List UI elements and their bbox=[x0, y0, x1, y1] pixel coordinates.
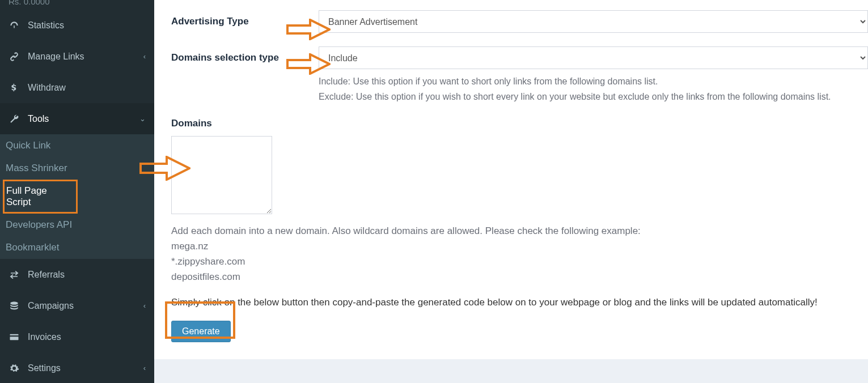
sidebar-item-referrals[interactable]: Referrals bbox=[0, 259, 154, 290]
form-panel: Advertising Type Banner Advertisement Do… bbox=[154, 0, 868, 359]
chevron-left-icon: ‹ bbox=[143, 301, 146, 310]
row-advertising-type: Advertising Type Banner Advertisement bbox=[154, 3, 868, 40]
chevron-left-icon: ‹ bbox=[143, 364, 146, 372]
domains-hint-line: mega.nz bbox=[171, 239, 868, 254]
advertising-type-select[interactable]: Banner Advertisement bbox=[319, 10, 868, 33]
sidebar-item-invoices[interactable]: Invoices bbox=[0, 321, 154, 352]
sidebar-item-tools[interactable]: Tools ⌄ bbox=[0, 103, 154, 134]
domains-hint-intro: Add each domain into a new domain. Also … bbox=[171, 223, 868, 239]
sidebar-item-label: Manage Links bbox=[28, 52, 143, 62]
domains-hint: Add each domain into a new domain. Also … bbox=[154, 216, 868, 285]
balance-text: Rs. 0.0000 bbox=[0, 0, 154, 10]
wrench-icon bbox=[9, 113, 20, 125]
sidebar-item-label: Campaigns bbox=[28, 301, 143, 311]
selection-help-exclude: Exclude: Use this option if you wish to … bbox=[319, 90, 868, 104]
domains-selection-type-select[interactable]: Include bbox=[319, 46, 868, 69]
sidebar-item-settings[interactable]: Settings ‹ bbox=[0, 352, 154, 383]
sidebar-item-label: Referrals bbox=[28, 270, 146, 280]
domains-hint-line: depositfiles.com bbox=[171, 269, 868, 284]
sidebar-submenu-tools: Quick Link Mass Shrinker Full Page Scrip… bbox=[0, 134, 154, 259]
exchange-icon bbox=[9, 269, 20, 280]
main-content: Advertising Type Banner Advertisement Do… bbox=[154, 0, 868, 383]
sidebar-sub-developers-api[interactable]: Developers API bbox=[0, 214, 154, 236]
chevron-down-icon: ⌄ bbox=[139, 114, 146, 123]
sidebar-sub-bookmarklet[interactable]: Bookmarklet bbox=[0, 236, 154, 259]
sidebar-item-label: Statistics bbox=[28, 20, 146, 31]
card-icon bbox=[9, 331, 20, 343]
sidebar-item-campaigns[interactable]: Campaigns ‹ bbox=[0, 290, 154, 321]
domains-hint-line: *.zippyshare.com bbox=[171, 254, 868, 269]
sidebar: Rs. 0.0000 Statistics Manage Links ‹ Wit… bbox=[0, 0, 154, 383]
link-icon bbox=[9, 51, 20, 62]
domains-selection-type-label: Domains selection type bbox=[171, 46, 319, 63]
domains-label: Domains bbox=[154, 111, 868, 133]
sidebar-sub-full-page-script[interactable]: Full Page Script bbox=[3, 180, 78, 214]
chevron-left-icon: ‹ bbox=[143, 52, 146, 61]
domains-textarea[interactable] bbox=[171, 136, 272, 214]
sidebar-item-manage-links[interactable]: Manage Links ‹ bbox=[0, 41, 154, 72]
row-domains-selection-type: Domains selection type Include Include: … bbox=[154, 40, 868, 111]
dashboard-icon bbox=[9, 20, 20, 31]
selection-help-include: Include: Use this option if you want to … bbox=[319, 75, 868, 89]
database-icon bbox=[9, 300, 20, 312]
sidebar-sub-mass-shrinker[interactable]: Mass Shrinker bbox=[0, 157, 154, 180]
advertising-type-label: Advertising Type bbox=[171, 10, 319, 27]
sidebar-item-label: Invoices bbox=[28, 332, 146, 342]
sidebar-sub-quick-link[interactable]: Quick Link bbox=[0, 134, 154, 157]
sidebar-item-withdraw[interactable]: Withdraw bbox=[0, 72, 154, 103]
sidebar-item-label: Settings bbox=[28, 363, 143, 373]
cogs-icon bbox=[9, 363, 20, 374]
sidebar-item-statistics[interactable]: Statistics bbox=[0, 10, 154, 41]
generate-button[interactable]: Generate bbox=[171, 321, 231, 342]
sidebar-item-label: Tools bbox=[28, 114, 139, 124]
cta-intro-text: Simply click on the below button then co… bbox=[154, 284, 868, 310]
sidebar-item-label: Withdraw bbox=[28, 83, 146, 93]
dollar-icon bbox=[9, 82, 20, 93]
